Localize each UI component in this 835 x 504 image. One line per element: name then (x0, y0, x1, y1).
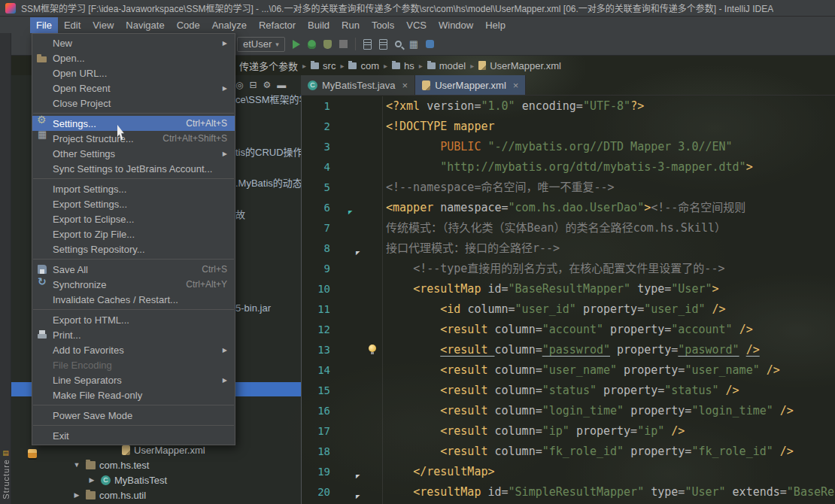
code-line[interactable]: <?xml version="1.0" encoding="UTF-8"?> (386, 96, 835, 117)
menu-item-label: Open Recent (53, 83, 111, 94)
export-icon[interactable] (379, 39, 387, 50)
menu-item-line-separators[interactable]: Line Separators▶ (32, 372, 235, 387)
menu-item-import-settings[interactable]: Import Settings... (32, 181, 235, 196)
menubar-view[interactable]: View (87, 17, 120, 33)
breadcrumb-5[interactable]: UserMapper.xml (478, 60, 561, 71)
breadcrumb-4[interactable]: model (427, 60, 466, 71)
code-line[interactable]: <result column="passwrod" property="pasw… (386, 340, 835, 360)
menubar-refactor[interactable]: Refactor (253, 17, 302, 33)
menu-item-open-recent[interactable]: Open Recent▶ (32, 80, 235, 96)
lightbulb-icon[interactable] (368, 345, 377, 354)
code-line[interactable]: PUBLIC "-//mybatis.org//DTD Mapper 3.0//… (386, 137, 835, 157)
menu-item-save-all[interactable]: Save AllCtrl+S (32, 262, 235, 277)
run-button[interactable] (293, 40, 300, 49)
menu-item-settings[interactable]: Settings...Ctrl+Alt+S (32, 116, 235, 131)
code-token: > (712, 282, 719, 296)
code-token (386, 262, 413, 275)
menubar-vcs[interactable]: VCS (400, 17, 433, 33)
tree-item-com.hs.util[interactable]: ▶com.hs.util (11, 487, 301, 502)
find-icon[interactable] (395, 41, 402, 47)
menu-item-shortcut: Ctrl+S (193, 264, 227, 275)
code-line[interactable]: <resultMap id="BaseResultMapper" type="U… (386, 279, 835, 299)
menu-item-make-file-read-only[interactable]: Make File Read-only (32, 387, 235, 402)
menu-item-label: Settings Repository... (53, 244, 145, 255)
locate-icon[interactable]: ◎ (235, 79, 243, 91)
menu-item-export-to-html[interactable]: Export to HTML... (32, 312, 235, 327)
idea-logo-icon (5, 3, 16, 14)
code-line[interactable]: <resultMap id="SimpleResultMapper" type=… (386, 482, 835, 502)
breadcrumb-3[interactable]: hs (392, 60, 414, 71)
menubar-file[interactable]: File (30, 17, 58, 33)
menubar-edit[interactable]: Edit (58, 17, 87, 33)
close-icon[interactable]: × (513, 80, 519, 91)
menu-item-close-project[interactable]: Close Project (32, 96, 235, 111)
expander-icon[interactable]: ▶ (71, 491, 82, 499)
code-line[interactable]: 接口代理模式：接口的全路径r--> (386, 238, 835, 259)
menu-item-other-settings[interactable]: Other Settings▶ (32, 146, 235, 161)
stop-button[interactable] (339, 40, 348, 48)
menu-item-new[interactable]: New▶ (32, 35, 235, 50)
tree-item-com.hs.test[interactable]: ▼com.hs.test (11, 457, 301, 472)
menubar-window[interactable]: Window (433, 17, 479, 33)
menu-item-invalidate-caches-restart[interactable]: Invalidate Caches / Restart... (32, 292, 235, 307)
grid-icon[interactable] (409, 38, 418, 50)
code-line[interactable]: <result column="user_name" property="use… (386, 360, 835, 381)
breadcrumb-2[interactable]: com (348, 60, 379, 71)
menu-item-export-to-eclipse[interactable]: Export to Eclipse... (32, 211, 235, 226)
menubar-build[interactable]: Build (302, 17, 336, 33)
menu-item-exit[interactable]: Exit (32, 428, 235, 443)
sync-icon[interactable] (426, 40, 434, 48)
line-number: 8 (302, 238, 330, 259)
code-line[interactable]: <result column="login_time" property="lo… (386, 401, 835, 421)
code-line[interactable]: <result column="ip" property="ip" /> (386, 421, 835, 442)
close-icon[interactable]: × (402, 80, 408, 91)
breadcrumb-1[interactable]: src (311, 60, 336, 71)
structure-tool-tab[interactable]: ▤ Structure (0, 450, 11, 499)
menu-item-project-structure[interactable]: Project Structure...Ctrl+Alt+Shift+S (32, 131, 235, 146)
menubar-navigate[interactable]: Navigate (120, 17, 170, 33)
code-line[interactable]: "http://mybatis.org/dtd/mybatis-3-mapper… (386, 157, 835, 178)
code-line[interactable]: 传统模式：（持久化类（实体Bean）的类名全路径com.hs.Skill） (386, 218, 835, 238)
copy-icon[interactable] (363, 39, 372, 50)
menu-item-open-url[interactable]: Open URL... (32, 65, 235, 80)
code-line[interactable]: <!DOCTYPE mapper (386, 117, 835, 137)
menu-item-add-to-favorites[interactable]: Add to Favorites▶ (32, 342, 235, 357)
hide-panel-icon[interactable]: ▬ (277, 79, 286, 91)
code-line[interactable]: <result column="account" property="accou… (386, 320, 835, 340)
code-line[interactable]: <!--type直接用的别名方式，在核心配置文件里设置了的--> (386, 259, 835, 279)
menubar-help[interactable]: Help (479, 17, 512, 33)
expander-icon[interactable]: ▼ (71, 461, 82, 469)
code-line[interactable]: <result column="fk_role_id" property="fk… (386, 442, 835, 462)
menu-icon-slot (36, 183, 50, 195)
editor[interactable]: 1234567891011121314151617181920 <?xml ve… (301, 96, 835, 504)
tab-MyBatisTest.java[interactable]: MyBatisTest.java× (301, 75, 415, 95)
code-line[interactable]: <!--namespace=命名空间，唯一不重复--> (386, 178, 835, 198)
code-line[interactable]: <mapper namespace="com.hs.dao.UserDao"><… (386, 198, 835, 218)
gear-icon[interactable]: ⚙ (263, 79, 272, 91)
menu-item-power-save-mode[interactable]: Power Save Mode (32, 408, 235, 423)
menubar-tools[interactable]: Tools (366, 17, 400, 33)
code-line[interactable]: </resultMap> (386, 462, 835, 482)
code-line[interactable]: <result column="status" property="status… (386, 381, 835, 401)
menu-item-settings-repository[interactable]: Settings Repository... (32, 241, 235, 257)
expander-icon[interactable]: ▶ (87, 476, 97, 484)
tab-UserMapper.xml[interactable]: UserMapper.xml× (415, 75, 526, 95)
collapse-all-icon[interactable]: ⊟ (249, 79, 257, 91)
run-with-coverage-button[interactable] (323, 40, 332, 49)
menubar-code[interactable]: Code (171, 17, 206, 33)
menu-item-export-settings[interactable]: Export Settings... (32, 196, 235, 211)
menubar-run[interactable]: Run (336, 17, 366, 33)
menu-item-export-to-zip-file[interactable]: Export to Zip File... (32, 226, 235, 241)
code-token: "login_time" (691, 404, 773, 417)
run-config-select[interactable]: etUser ▾ (237, 37, 285, 52)
code-line[interactable]: <id column="user_id" property="user_id" … (386, 299, 835, 320)
tree-item-MyBatisTest[interactable]: ▶MyBatisTest (11, 472, 301, 487)
menu-item-synchronize[interactable]: SynchronizeCtrl+Alt+Y (32, 277, 235, 292)
gutter-line: 11 (302, 299, 382, 320)
breadcrumb-0[interactable]: 传递多个参数 (239, 59, 298, 73)
menubar-analyze[interactable]: Analyze (206, 17, 253, 33)
debug-button[interactable] (308, 40, 316, 49)
menu-item-print[interactable]: Print... (32, 327, 235, 342)
menu-item-sync-settings-to-jetbrains-account[interactable]: Sync Settings to JetBrains Account... (32, 161, 235, 176)
menu-item-open[interactable]: Open... (32, 50, 235, 65)
